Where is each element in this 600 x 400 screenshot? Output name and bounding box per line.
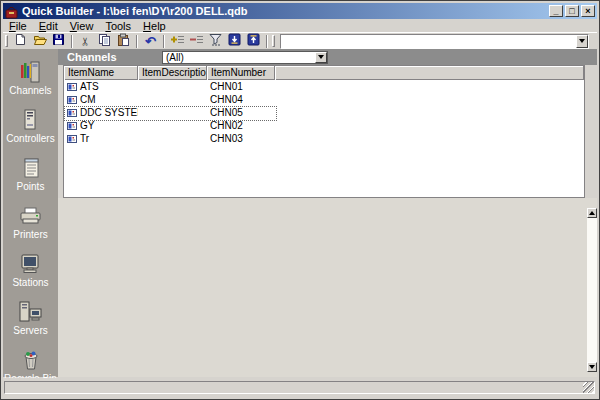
menu-help[interactable]: Help	[137, 20, 172, 32]
item-name-cell: DDC SYSTEM	[64, 106, 138, 119]
toolbar-combobox[interactable]	[280, 34, 589, 49]
column-header-itemnumber[interactable]: ItemNumber	[207, 66, 275, 80]
toolbar-combobox-value[interactable]	[281, 35, 576, 48]
undo-arrow-icon: ↶	[145, 35, 156, 48]
empty-cell	[275, 106, 584, 119]
open-button[interactable]	[30, 34, 49, 49]
servers-icon	[16, 301, 44, 323]
sidebar-item-printers[interactable]: Printers	[13, 205, 47, 240]
paste-button[interactable]	[114, 34, 133, 49]
menu-tools[interactable]: Tools	[99, 20, 137, 32]
upload-icon	[247, 33, 260, 49]
upload-button[interactable]	[244, 34, 263, 49]
channels-icon	[16, 61, 44, 83]
resize-grip-icon[interactable]	[583, 382, 594, 393]
chevron-down-icon[interactable]	[576, 35, 588, 48]
sidebar-item-points[interactable]: Points	[17, 157, 45, 192]
chevron-down-icon[interactable]	[315, 52, 327, 63]
close-button[interactable]: ×	[581, 5, 595, 17]
toolbar-grip[interactable]	[5, 35, 8, 47]
item-number-cell: CHN01	[207, 80, 275, 93]
item-description-cell	[138, 106, 207, 119]
stations-icon	[16, 253, 44, 275]
toolbar-separator	[136, 35, 138, 48]
menu-edit[interactable]: Edit	[33, 20, 64, 32]
vertical-scrollbar[interactable]	[587, 208, 597, 372]
statusbar	[3, 378, 597, 397]
download-button[interactable]	[225, 34, 244, 49]
channel-item-icon	[67, 95, 77, 105]
app-icon[interactable]	[5, 5, 18, 18]
cut-button[interactable]: ✂	[76, 34, 95, 49]
main-area: Channels Controllers Points Printers Sta…	[3, 49, 597, 377]
copy-button[interactable]	[95, 34, 114, 49]
item-name: DDC SYSTEM	[80, 107, 138, 118]
item-number-cell: CHN04	[207, 93, 275, 106]
status-text	[4, 381, 595, 394]
add-items-button[interactable]	[168, 34, 187, 49]
menu-view[interactable]: View	[64, 20, 100, 32]
column-header-empty[interactable]	[275, 66, 584, 80]
column-header-itemname[interactable]: ItemName	[64, 66, 138, 80]
channel-item-icon	[67, 108, 77, 118]
sidebar-item-stations[interactable]: Stations	[12, 253, 48, 288]
toolbar-separator	[266, 35, 268, 48]
undo-button[interactable]: ↶	[141, 34, 160, 49]
filter-combobox-value[interactable]: (All)	[163, 52, 315, 63]
channel-item-icon	[67, 121, 77, 131]
empty-cell	[275, 132, 584, 145]
toolbar-separator	[163, 35, 165, 48]
titlebar[interactable]: Quick Builder - I:\bei fen\DY\r200 DELL.…	[3, 3, 597, 19]
scrollbar-track[interactable]	[587, 218, 597, 362]
scroll-down-button[interactable]	[587, 362, 597, 372]
new-file-icon	[14, 33, 27, 49]
item-description-cell	[138, 119, 207, 132]
save-button[interactable]	[49, 34, 68, 49]
panel-title: Channels	[67, 51, 162, 63]
download-icon	[228, 33, 241, 49]
table-row[interactable]: Tr CHN03	[64, 132, 584, 145]
window-title: Quick Builder - I:\bei fen\DY\r200 DELL.…	[22, 5, 547, 17]
quick-builder-window: Quick Builder - I:\bei fen\DY\r200 DELL.…	[0, 0, 600, 400]
points-icon	[17, 157, 45, 179]
maximize-button[interactable]: □	[565, 5, 579, 17]
toolbar-grip[interactable]	[272, 35, 275, 47]
sidebar-item-controllers[interactable]: Controllers	[6, 109, 54, 144]
filter-button[interactable]	[206, 34, 225, 49]
content-area: Channels (All) ItemName ItemDescription …	[58, 49, 597, 377]
scroll-up-button[interactable]	[587, 208, 597, 218]
arrow-up-icon	[589, 211, 595, 215]
item-name-cell: Tr	[64, 132, 138, 145]
copy-icon	[98, 33, 111, 49]
item-name: CM	[80, 94, 96, 105]
sidebar-label: Controllers	[6, 134, 54, 144]
new-button[interactable]	[11, 34, 30, 49]
add-item-icon	[171, 33, 185, 49]
sidebar-label: Points	[17, 182, 45, 192]
minimize-button[interactable]: _	[549, 5, 563, 17]
table-row[interactable]: GY CHN02	[64, 119, 584, 132]
delete-items-button[interactable]	[187, 34, 206, 49]
channel-item-icon	[67, 82, 77, 92]
empty-cell	[275, 80, 584, 93]
channels-table: ItemName ItemDescription ItemNumber ATS …	[63, 65, 585, 198]
sidebar-label: Stations	[12, 278, 48, 288]
item-name: ATS	[80, 81, 99, 92]
sidebar-item-channels[interactable]: Channels	[9, 61, 51, 96]
paste-clipboard-icon	[117, 33, 130, 49]
sidebar-item-servers[interactable]: Servers	[13, 301, 47, 336]
table-row[interactable]: CM CHN04	[64, 93, 584, 106]
table-row[interactable]: ATS CHN01	[64, 80, 584, 93]
item-description-cell	[138, 132, 207, 145]
item-number-cell: CHN03	[207, 132, 275, 145]
table-row-selected[interactable]: DDC SYSTEM CHN05	[64, 106, 584, 119]
filter-combobox[interactable]: (All)	[162, 51, 328, 64]
item-name: Tr	[80, 133, 89, 144]
column-header-itemdescription[interactable]: ItemDescription	[138, 66, 207, 80]
sidebar-label: Servers	[13, 326, 47, 336]
delete-item-icon	[190, 33, 204, 49]
item-name-cell: CM	[64, 93, 138, 106]
panel-header: Channels (All)	[58, 49, 597, 65]
item-name: GY	[80, 120, 94, 131]
menu-file[interactable]: File	[3, 20, 33, 32]
